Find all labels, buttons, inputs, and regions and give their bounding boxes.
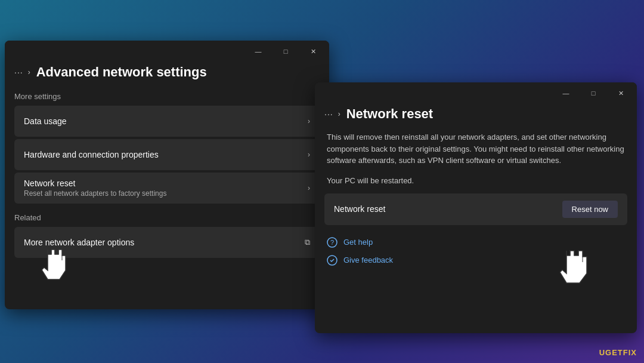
get-help-icon: ? [327, 237, 338, 248]
watermark-highlight: GET [605, 348, 623, 357]
watermark: UGETFIX [599, 348, 637, 357]
give-feedback-icon [327, 255, 338, 266]
hardware-title: Hardware and connection properties [24, 150, 159, 159]
watermark-prefix: U [599, 348, 605, 357]
network-reset-chevron: › [308, 184, 310, 192]
more-settings-label: More settings [14, 85, 320, 106]
network-reset-description: This will remove then reinstall all your… [315, 127, 637, 171]
external-link-icon: ⧉ [305, 238, 310, 247]
svg-text:?: ? [330, 239, 334, 246]
get-help-link[interactable]: ? Get help [327, 233, 625, 251]
watermark-suffix: FIX [623, 348, 637, 357]
settings-item-network-reset[interactable]: Network reset Reset all network adapters… [14, 173, 320, 204]
window-network-reset: — □ ✕ ··· › Network reset This will remo… [315, 82, 637, 333]
data-usage-chevron: › [308, 117, 310, 125]
network-reset-row: Network reset Reset now [324, 193, 627, 225]
restart-notice: Your PC will be restarted. [315, 171, 637, 193]
minimize-button-left[interactable]: — [244, 42, 272, 61]
nav-chevron-left: › [28, 68, 30, 76]
content-left: More settings Data usage › Hardware and … [5, 85, 329, 258]
title-bar-right: — □ ✕ [315, 82, 637, 104]
related-label: Related [14, 206, 320, 227]
settings-item-data-usage[interactable]: Data usage › [14, 106, 320, 137]
minimize-button-right[interactable]: — [552, 84, 580, 103]
close-button-right[interactable]: ✕ [607, 84, 634, 103]
reset-row-label: Network reset [334, 204, 385, 214]
page-title-left: Advanced network settings [36, 64, 207, 80]
network-reset-subtitle: Reset all network adapters to factory se… [24, 189, 166, 198]
nav-dots-left[interactable]: ··· [14, 67, 23, 77]
network-reset-title: Network reset [24, 179, 166, 188]
maximize-button-left[interactable]: □ [272, 42, 299, 61]
window-advanced-network-settings: — □ ✕ ··· › Advanced network settings Mo… [5, 41, 329, 309]
nav-dots-right[interactable]: ··· [324, 109, 333, 119]
nav-bar-right: ··· › Network reset [315, 104, 637, 127]
title-bar-controls-right: — □ ✕ [552, 84, 634, 103]
reset-now-button[interactable]: Reset now [562, 201, 618, 218]
settings-item-hardware[interactable]: Hardware and connection properties › [14, 139, 320, 170]
maximize-button-right[interactable]: □ [580, 84, 607, 103]
more-adapter-title: More network adapter options [24, 238, 134, 247]
get-help-label: Get help [343, 238, 373, 247]
nav-bar-left: ··· › Advanced network settings [5, 62, 329, 85]
data-usage-title: Data usage [24, 116, 67, 126]
title-bar-left: — □ ✕ [5, 41, 329, 62]
hardware-chevron: › [308, 150, 310, 159]
help-links: ? Get help Give feedback [315, 225, 637, 278]
give-feedback-label: Give feedback [343, 256, 393, 264]
close-button-left[interactable]: ✕ [299, 42, 327, 61]
give-feedback-link[interactable]: Give feedback [327, 251, 625, 269]
page-title-right: Network reset [346, 106, 434, 122]
title-bar-controls-left: — □ ✕ [244, 42, 327, 61]
settings-item-more-adapter[interactable]: More network adapter options ⧉ [14, 227, 320, 258]
nav-chevron-right: › [338, 110, 340, 118]
